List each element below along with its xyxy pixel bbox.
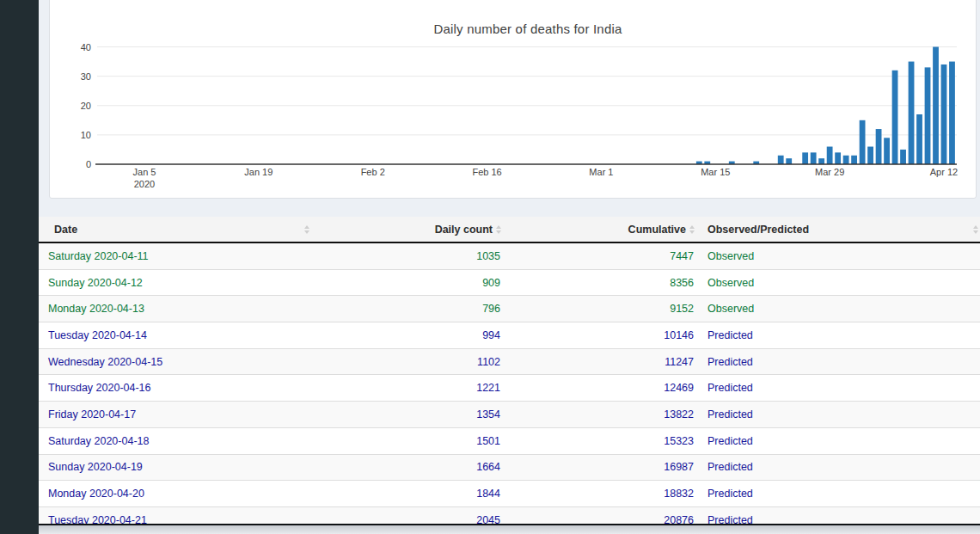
column-header-observed-predicted[interactable]: Observed/Predicted [701, 217, 980, 242]
bar[interactable] [811, 152, 817, 164]
table-row[interactable]: Saturday 2020-04-1110357447Observed [39, 242, 980, 269]
cell-status: Predicted [701, 375, 980, 402]
cell-date: Monday 2020-04-20 [39, 481, 315, 507]
cell-daily-count: 796 [315, 296, 507, 322]
y-tick-label: 30 [81, 71, 91, 82]
column-header-label: Daily count [435, 224, 493, 236]
bar[interactable] [843, 156, 849, 164]
x-tick-label: Mar 1 [589, 167, 613, 177]
bar[interactable] [827, 147, 833, 164]
bar[interactable] [925, 67, 931, 164]
bar[interactable] [818, 158, 824, 164]
column-header-date[interactable]: Date [39, 217, 315, 242]
bar[interactable] [949, 62, 955, 164]
table-row[interactable]: Thursday 2020-04-16122112469Predicted [39, 375, 980, 402]
cell-cumulative: 7447 [507, 242, 701, 269]
cell-status: Predicted [701, 454, 980, 481]
cell-status: Predicted [701, 322, 980, 349]
sort-icon [304, 225, 309, 234]
sort-icon [973, 225, 978, 234]
cell-daily-count: 1221 [315, 375, 507, 402]
x-tick-sublabel: 2020 [134, 179, 155, 189]
y-tick-label: 10 [81, 130, 91, 140]
table-header: Date Daily count Cumulative Observed/Pre… [39, 217, 980, 242]
cell-date: Wednesday 2020-04-15 [39, 348, 315, 375]
x-tick-label: Jan 19 [244, 167, 273, 177]
bar[interactable] [909, 62, 915, 164]
cell-date: Tuesday 2020-04-14 [39, 322, 315, 349]
x-tick-label: Feb 16 [472, 167, 501, 177]
column-header-label: Observed/Predicted [707, 224, 809, 236]
column-header-daily-count[interactable]: Daily count [315, 217, 507, 242]
cell-cumulative: 12469 [507, 375, 701, 402]
cell-daily-count: 1501 [315, 427, 507, 454]
cell-date: Sunday 2020-04-12 [39, 269, 315, 296]
cell-cumulative: 16987 [507, 454, 701, 481]
app-sidebar [0, 0, 39, 534]
table-row[interactable]: Friday 2020-04-17135413822Predicted [39, 402, 980, 428]
table-row[interactable]: Tuesday 2020-04-1499410146Predicted [39, 322, 980, 349]
cell-daily-count: 1102 [315, 348, 507, 375]
bar[interactable] [876, 129, 882, 164]
bar[interactable] [835, 152, 841, 164]
bar[interactable] [802, 152, 808, 164]
bar[interactable] [900, 150, 906, 164]
cell-status: Predicted [701, 402, 980, 428]
x-tick-label: Mar 29 [815, 167, 844, 177]
bar[interactable] [851, 156, 857, 164]
cell-date: Friday 2020-04-17 [39, 402, 315, 428]
page: Daily number of deaths for India 0102030… [0, 0, 980, 534]
cell-cumulative: 18832 [507, 481, 701, 507]
cell-cumulative: 13822 [507, 402, 701, 428]
cell-date: Thursday 2020-04-16 [39, 375, 315, 402]
cell-cumulative: 11247 [507, 348, 701, 375]
bar[interactable] [778, 156, 784, 164]
cell-cumulative: 10146 [507, 322, 701, 349]
bar[interactable] [860, 120, 866, 164]
x-tick-label: Mar 15 [701, 167, 730, 177]
cell-daily-count: 1664 [315, 454, 507, 481]
table-row[interactable]: Monday 2020-04-20184418832Predicted [39, 481, 980, 507]
column-header-cumulative[interactable]: Cumulative [507, 217, 701, 242]
y-tick-label: 20 [81, 101, 91, 111]
sort-icon [496, 225, 501, 234]
cell-cumulative: 15323 [507, 427, 701, 454]
x-tick-label: Feb 2 [361, 167, 385, 177]
table-row[interactable]: Saturday 2020-04-18150115323Predicted [39, 427, 980, 454]
table-body: Saturday 2020-04-1110357447ObservedSunda… [39, 242, 980, 533]
bar[interactable] [786, 158, 792, 164]
cell-status: Predicted [701, 348, 980, 375]
column-header-label: Date [54, 224, 77, 236]
bar[interactable] [933, 47, 939, 165]
bar[interactable] [892, 71, 898, 164]
x-tick-label: Jan 5 [133, 167, 156, 177]
table-bottom-strip [39, 524, 980, 534]
column-header-label: Cumulative [628, 224, 686, 236]
chart-svg[interactable]: 010203040Jan 52020Jan 19Feb 2Feb 16Mar 1… [50, 0, 977, 199]
cell-date: Saturday 2020-04-18 [39, 427, 315, 454]
cell-daily-count: 1354 [315, 402, 507, 428]
cell-cumulative: 8356 [507, 269, 701, 296]
sort-icon [689, 225, 695, 234]
bar[interactable] [916, 114, 922, 164]
cell-date: Saturday 2020-04-11 [39, 242, 315, 269]
bar[interactable] [941, 64, 947, 164]
cell-status: Observed [701, 269, 980, 296]
bar[interactable] [867, 147, 873, 164]
cell-daily-count: 994 [315, 322, 507, 349]
cell-status: Predicted [701, 427, 980, 454]
data-table: Date Daily count Cumulative Observed/Pre… [39, 217, 980, 533]
table-row[interactable]: Monday 2020-04-137969152Observed [39, 296, 980, 322]
cell-daily-count: 1035 [315, 242, 507, 269]
cell-daily-count: 1844 [315, 481, 507, 507]
table-row[interactable]: Sunday 2020-04-129098356Observed [39, 269, 980, 296]
x-tick-label: Apr 12 [930, 167, 958, 177]
cell-status: Observed [701, 242, 980, 269]
cell-date: Monday 2020-04-13 [39, 296, 315, 322]
cell-date: Sunday 2020-04-19 [39, 454, 315, 481]
table-row[interactable]: Wednesday 2020-04-15110211247Predicted [39, 348, 980, 375]
cell-status: Observed [701, 296, 980, 322]
bar[interactable] [884, 138, 890, 164]
y-tick-label: 40 [81, 42, 91, 52]
table-row[interactable]: Sunday 2020-04-19166416987Predicted [39, 454, 980, 481]
